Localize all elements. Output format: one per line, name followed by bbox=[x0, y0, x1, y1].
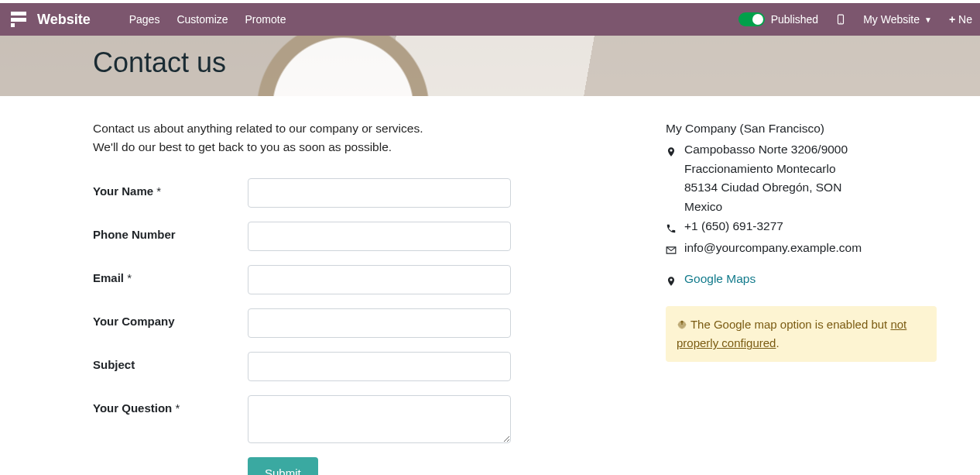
label-your-name: Your Name * bbox=[93, 178, 248, 198]
apps-icon[interactable] bbox=[8, 9, 29, 30]
company-address: Campobasso Norte 3206/9000 Fraccionamien… bbox=[684, 140, 848, 217]
published-toggle[interactable] bbox=[738, 12, 765, 26]
site-selector-label: My Website bbox=[863, 13, 920, 26]
submit-button[interactable]: Submit bbox=[248, 457, 318, 475]
site-selector-dropdown[interactable]: My Website ▼ bbox=[863, 13, 932, 26]
page-title: Contact us bbox=[0, 36, 980, 79]
input-your-name[interactable] bbox=[248, 178, 511, 208]
input-phone[interactable] bbox=[248, 222, 511, 251]
alert-text: The Google map option is enabled but bbox=[690, 318, 891, 331]
menu-pages[interactable]: Pages bbox=[129, 13, 160, 26]
info-icon bbox=[677, 318, 690, 331]
label-subject: Subject bbox=[93, 352, 248, 371]
new-button[interactable]: + Ne bbox=[949, 13, 972, 26]
label-company: Your Company bbox=[93, 308, 248, 328]
company-name: My Company (San Francisco) bbox=[666, 119, 937, 139]
plus-icon: + bbox=[949, 13, 955, 26]
mobile-preview-icon[interactable] bbox=[835, 14, 846, 25]
label-question: Your Question * bbox=[93, 395, 248, 415]
label-phone: Phone Number bbox=[93, 222, 248, 241]
intro-text: Contact us about anything related to our… bbox=[93, 119, 619, 157]
label-email: Email * bbox=[93, 265, 248, 284]
brand-title[interactable]: Website bbox=[37, 12, 91, 28]
input-question[interactable] bbox=[248, 395, 511, 443]
input-company[interactable] bbox=[248, 308, 511, 338]
new-label: Ne bbox=[958, 13, 972, 26]
menu-promote[interactable]: Promote bbox=[245, 13, 286, 26]
maps-config-alert: The Google map option is enabled but not… bbox=[666, 306, 937, 362]
published-toggle-group[interactable]: Published bbox=[738, 12, 819, 26]
input-email[interactable] bbox=[248, 265, 511, 294]
intro-line-2: We'll do our best to get back to you as … bbox=[93, 138, 619, 157]
published-label: Published bbox=[771, 13, 819, 26]
company-phone: +1 (650) 691-3277 bbox=[684, 217, 783, 239]
chevron-down-icon: ▼ bbox=[924, 15, 932, 24]
top-navbar: Website Pages Customize Promote Publishe… bbox=[0, 3, 980, 36]
map-marker-icon-2 bbox=[666, 270, 677, 291]
company-email: info@yourcompany.example.com bbox=[684, 239, 862, 260]
intro-line-1: Contact us about anything related to our… bbox=[93, 119, 619, 138]
hero-banner: Contact us bbox=[0, 36, 980, 96]
svg-point-1 bbox=[841, 22, 841, 23]
menu-customize[interactable]: Customize bbox=[176, 13, 228, 26]
map-marker-icon bbox=[666, 140, 677, 217]
google-maps-link[interactable]: Google Maps bbox=[684, 270, 756, 291]
envelope-icon bbox=[666, 239, 677, 260]
input-subject[interactable] bbox=[248, 352, 511, 381]
phone-icon bbox=[666, 217, 677, 239]
